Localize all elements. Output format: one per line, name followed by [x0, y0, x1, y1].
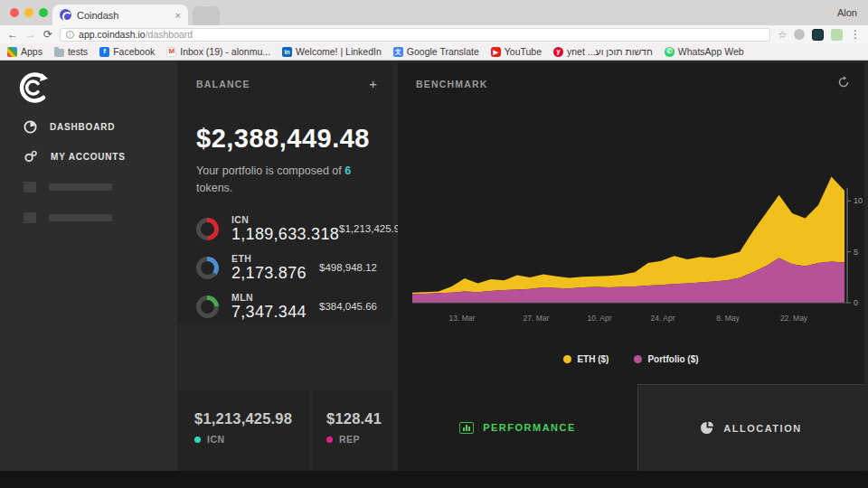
browser-profile-name[interactable]: Alon [837, 7, 857, 18]
extension-icon-3[interactable] [831, 29, 843, 41]
summary-card-icn[interactable]: $1,213,425.98 ICN [178, 390, 308, 471]
gmail-icon: M [166, 47, 176, 57]
token-symbol: ICN [231, 214, 339, 225]
bookmark-youtube[interactable]: ▶YouTube [491, 46, 542, 57]
translate-icon: 文 [393, 47, 403, 57]
bookmark-star-icon[interactable]: ☆ [778, 29, 787, 41]
token-symbol: ETH [231, 253, 319, 264]
chart-x-axis-labels: 13. Mar27. Mar10. Apr24. Apr8. May22. Ma… [412, 314, 844, 324]
bottom-strip [0, 471, 868, 488]
icn-dot-icon [194, 436, 201, 443]
extension-icon-2[interactable] [812, 29, 824, 41]
summary-symbol: ICN [207, 434, 225, 445]
back-icon[interactable]: ← [7, 29, 18, 40]
chrome-menu-icon[interactable]: ⋮ [850, 28, 861, 41]
token-value: $1,213,425.98 [339, 223, 406, 234]
disabled-item-icon [24, 182, 36, 192]
sidebar-item-dashboard[interactable]: DASHBOARD [0, 111, 177, 142]
folder-icon [54, 49, 64, 57]
benchmark-chart[interactable]: 0510 [412, 165, 864, 312]
extension-icon-1[interactable] [794, 29, 805, 40]
forward-icon: → [25, 29, 36, 40]
token-count: 6 [344, 164, 351, 177]
legend-item-portfolio[interactable]: Portfolio ($) [634, 354, 698, 364]
window-close-button[interactable] [10, 8, 19, 17]
bookmarks-bar: Apps tests fFacebook MInbox (19) - alonm… [0, 43, 868, 61]
tab-title: Coindash [77, 10, 170, 21]
bookmark-whatsapp[interactable]: ✆WhatsApp Web [665, 46, 744, 57]
browser-tab-strip: Coindash × Alon [0, 0, 868, 25]
x-axis-tick-label: 22. May [780, 314, 807, 323]
svg-text:5: 5 [854, 248, 858, 257]
sidebar-item-disabled-1 [0, 172, 177, 202]
portfolio-legend-dot-icon [634, 355, 642, 363]
bookmark-inbox[interactable]: MInbox (19) - alonmu... [166, 46, 270, 57]
bar-chart-icon [459, 422, 474, 434]
rep-dot-icon [326, 436, 333, 443]
summary-card-rep[interactable]: $128.41 REP [314, 390, 392, 471]
chart-legend: ETH ($) Portfolio ($) [398, 354, 864, 364]
legend-item-eth[interactable]: ETH ($) [563, 354, 609, 364]
balance-card: BALANCE + $2,388,449.48 Your portfolio i… [178, 63, 392, 322]
bookmark-google-translate[interactable]: 文Google Translate [393, 46, 479, 57]
page-info-icon[interactable]: i [66, 31, 74, 39]
icn-ring-icon [196, 218, 219, 240]
eth-legend-dot-icon [563, 355, 571, 363]
x-axis-tick-label: 8. May [716, 314, 740, 323]
browser-toolbar: ← → ⟳ i app.coindash.io/dashboard ☆ ⋮ [0, 25, 868, 43]
tab-allocation[interactable]: ALLOCATION [637, 384, 864, 471]
pie-chart-icon [701, 421, 714, 435]
facebook-icon: f [99, 47, 109, 57]
coindash-logo [15, 70, 50, 109]
refresh-icon[interactable] [837, 76, 850, 92]
bookmark-apps[interactable]: Apps [7, 46, 42, 57]
token-row-mln[interactable]: MLN7,347.344 $384,045.66 [178, 287, 392, 326]
window-zoom-button[interactable] [39, 8, 48, 17]
tab-performance[interactable]: PERFORMANCE [398, 384, 637, 471]
portfolio-description: Your portfolio is composed of 6 tokens. [196, 163, 368, 197]
token-symbol: MLN [231, 292, 319, 303]
x-axis-tick-label: 27. Mar [524, 314, 550, 323]
disabled-item-label [49, 183, 112, 191]
ynet-icon: y [553, 47, 563, 57]
x-axis-tick-label: 13. Mar [449, 314, 476, 323]
summary-value: $128.41 [326, 410, 392, 427]
reload-icon[interactable]: ⟳ [43, 29, 52, 40]
browser-tab-coindash[interactable]: Coindash × [52, 5, 188, 25]
token-value: $498,948.12 [319, 262, 377, 273]
sidebar-item-my-accounts[interactable]: MY ACCOUNTS [0, 141, 177, 172]
x-axis-tick-label: 24. Apr [651, 314, 675, 323]
window-minimize-button[interactable] [24, 8, 33, 17]
apps-grid-icon [7, 47, 17, 57]
benchmark-panel: BENCHMARK 0510 13. Mar27. Mar10. Apr24. … [398, 63, 864, 471]
token-amount: 7,347.344 [231, 303, 319, 322]
benchmark-tab-row: PERFORMANCE ALLOCATION [398, 384, 864, 471]
bookmark-linkedin[interactable]: inWelcome! | LinkedIn [282, 46, 382, 57]
address-bar[interactable]: i app.coindash.io/dashboard [60, 28, 770, 42]
coindash-favicon-icon [60, 9, 71, 21]
token-amount: 2,173.876 [231, 264, 319, 283]
bookmark-tests[interactable]: tests [54, 46, 88, 57]
bookmark-ynet[interactable]: yynet ...חדשות תוכן וע [553, 46, 653, 57]
gears-icon [24, 150, 38, 164]
new-tab-button[interactable] [193, 6, 220, 25]
sidebar-item-label: MY ACCOUNTS [51, 152, 126, 162]
bookmark-facebook[interactable]: fFacebook [99, 46, 155, 57]
dashboard-gauge-icon [24, 120, 37, 134]
url-text: app.coindash.io/dashboard [79, 29, 193, 40]
whatsapp-icon: ✆ [665, 47, 675, 57]
youtube-icon: ▶ [491, 47, 501, 57]
token-row-eth[interactable]: ETH2,173.876 $498,948.12 [178, 249, 392, 287]
eth-ring-icon [196, 257, 219, 279]
summary-symbol: REP [339, 434, 360, 445]
portfolio-total: $2,388,449.48 [196, 124, 392, 154]
mln-ring-icon [196, 296, 219, 318]
disabled-item-icon [24, 212, 36, 223]
token-list: ICN1,189,633.318 $1,213,425.98 ETH2,173.… [178, 210, 392, 326]
benchmark-title: BENCHMARK [416, 79, 488, 89]
tab-close-icon[interactable]: × [175, 10, 181, 21]
add-icon[interactable]: + [369, 76, 377, 91]
svg-text:10: 10 [854, 196, 863, 205]
token-row-icn[interactable]: ICN1,189,633.318 $1,213,425.98 [178, 210, 392, 249]
token-amount: 1,189,633.318 [231, 225, 339, 244]
